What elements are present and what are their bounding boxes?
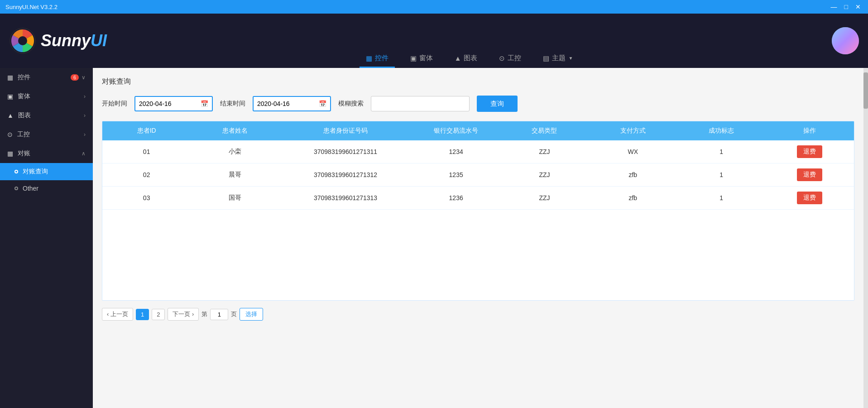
end-date-input-wrap[interactable]: 📅 [253,96,331,111]
cell-type-3: ZZJ [500,187,589,209]
controls-badge: 6 [71,74,79,81]
window-chevron-icon: › [84,93,86,100]
start-date-input[interactable] [139,100,198,107]
next-page-button[interactable]: 下一页 › [168,308,199,321]
logo-icon [9,27,36,54]
refund-button-2[interactable]: 退费 [797,168,822,181]
sidebar-sub-account-query[interactable]: 对账查询 [0,163,93,180]
cell-id-1: 01 [102,140,191,163]
minimize-button[interactable]: — [829,3,839,10]
refund-button-1[interactable]: 退费 [797,145,822,158]
filter-area: 开始时间 📅 结束时间 📅 模糊搜索 查询 [102,96,854,112]
nav-window[interactable]: ▣ 窗体 [404,50,439,68]
cell-action-3: 退费 [766,187,854,209]
col-flag: 成功标志 [677,121,765,140]
search-label: 模糊搜索 [338,100,364,108]
controls-nav-label: 控件 [375,54,388,62]
theme-nav-icon: ▤ [543,54,549,62]
col-action: 操作 [766,121,854,140]
cell-action-1: 退费 [766,140,854,163]
scrollbar-thumb[interactable] [863,72,868,109]
sidebar-sub-other[interactable]: Other [0,180,93,197]
title-bar: SunnyUI.Net V3.2.2 — □ ✕ [0,0,868,14]
sidebar-item-chart[interactable]: ▲ 图表 › [0,106,93,125]
chart-sidebar-label: 图表 [18,111,31,120]
nav-chart[interactable]: ▲ 图表 [448,50,484,68]
account-query-dot [14,170,18,173]
sidebar-item-window[interactable]: ▣ 窗体 › [0,87,93,106]
cell-type-1: ZZJ [500,140,589,163]
cell-bankno-2: 1235 [412,163,500,186]
sidebar-item-industrial[interactable]: ⊙ 工控 › [0,125,93,144]
table-empty-area [102,210,854,300]
start-calendar-icon[interactable]: 📅 [201,100,208,107]
cell-idcard-3: 370983199601271313 [279,187,412,209]
sidebar-item-controls[interactable]: ▦ 控件 6 ∨ [0,68,93,87]
cell-name-3: 国哥 [191,187,279,209]
cell-idcard-1: 370983199601271311 [279,140,412,163]
account-query-label: 对账查询 [23,168,48,176]
cell-id-2: 02 [102,163,191,186]
cell-action-2: 退费 [766,163,854,186]
industrial-sidebar-icon: ⊙ [7,131,13,138]
refund-button-3[interactable]: 退费 [797,192,822,204]
content-area: 对账查询 开始时间 📅 结束时间 📅 模糊搜索 查询 患者ID 患者姓名 [93,68,863,408]
select-page-button[interactable]: 选择 [240,308,263,321]
account-sidebar-icon: ▦ [7,150,13,157]
cell-flag-3: 1 [677,187,765,209]
main-layout: ▦ 控件 6 ∨ ▣ 窗体 › ▲ 图表 › [0,68,868,408]
close-button[interactable]: ✕ [854,3,863,10]
other-label: Other [23,185,38,192]
page-1-button[interactable]: 1 [136,309,149,320]
nav-controls[interactable]: ▦ 控件 [360,50,395,68]
account-sidebar-label: 对账 [18,149,30,158]
page-2-button[interactable]: 2 [152,309,165,320]
col-patient-name: 患者姓名 [191,121,279,140]
table-row: 02 晨哥 370983199601271312 1235 ZZJ zfb 1 … [102,163,854,187]
nav-theme[interactable]: ▤ 主题 ▼ [537,50,579,68]
app-title: SunnyUI.Net V3.2.2 [5,4,58,10]
industrial-nav-label: 工控 [508,54,521,62]
end-date-input[interactable] [257,100,316,107]
other-dot [14,187,18,190]
query-button[interactable]: 查询 [477,96,518,112]
cell-flag-2: 1 [677,163,765,186]
avatar[interactable] [832,27,859,54]
sidebar: ▦ 控件 6 ∨ ▣ 窗体 › ▲ 图表 › [0,68,93,408]
maximize-button[interactable]: □ [843,3,850,10]
theme-chevron-icon: ▼ [568,56,573,61]
table-row: 03 国哥 370983199601271313 1236 ZZJ zfb 1 … [102,187,854,210]
scrollbar-track[interactable] [863,68,868,408]
col-id-card: 患者身份证号码 [279,121,412,140]
nav-industrial[interactable]: ⊙ 工控 [493,50,528,68]
sidebar-item-account[interactable]: ▦ 对账 ∧ [0,144,93,163]
industrial-chevron-icon: › [84,131,86,138]
search-input[interactable] [375,100,465,107]
page-title: 对账查询 [102,77,854,86]
controls-sidebar-icon: ▦ [7,74,13,81]
col-patient-id: 患者ID [102,121,191,140]
table-header: 患者ID 患者姓名 患者身份证号码 银行交易流水号 交易类型 支付方式 成功标志… [102,121,854,140]
avatar-image [832,27,859,54]
search-input-wrap[interactable] [371,96,470,111]
page-text-suffix: 页 [231,310,237,318]
pagination: ‹ 上一页 1 2 下一页 › 第 页 选择 [102,308,854,321]
cell-type-2: ZZJ [500,163,589,186]
chart-chevron-icon: › [84,112,86,119]
window-controls: — □ ✕ [829,3,863,10]
start-time-label: 开始时间 [102,100,127,108]
cell-id-3: 03 [102,187,191,209]
window-nav-label: 窗体 [419,54,433,62]
page-text-prefix: 第 [201,310,207,318]
prev-page-button[interactable]: ‹ 上一页 [102,308,133,321]
page-number-input[interactable] [210,309,228,320]
controls-nav-icon: ▦ [366,54,372,62]
start-date-input-wrap[interactable]: 📅 [134,96,213,111]
cell-idcard-2: 370983199601271312 [279,163,412,186]
cell-payment-1: WX [589,140,677,163]
chart-nav-label: 图表 [464,54,477,62]
cell-bankno-3: 1236 [412,187,500,209]
end-calendar-icon[interactable]: 📅 [319,100,326,107]
industrial-nav-icon: ⊙ [499,54,505,62]
cell-bankno-1: 1234 [412,140,500,163]
